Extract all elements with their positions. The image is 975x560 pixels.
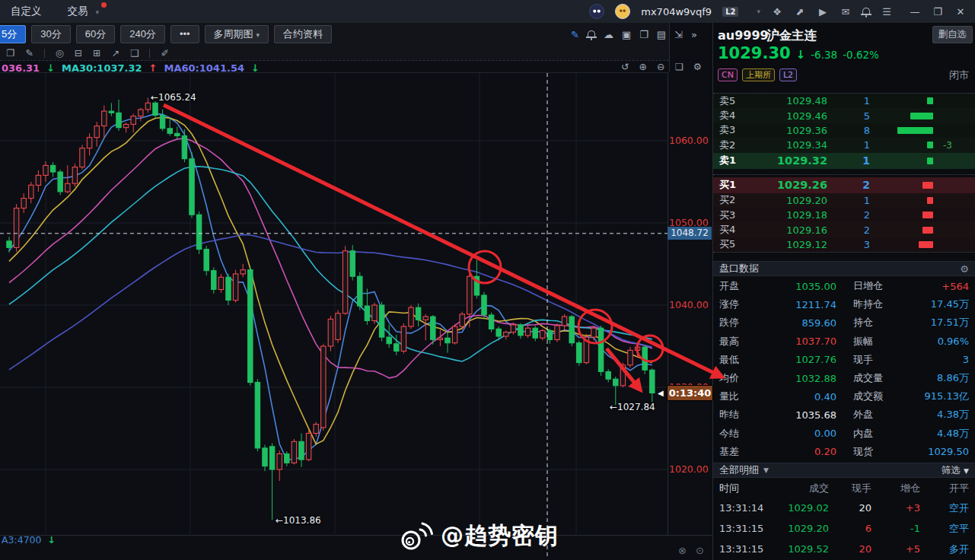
minimize-button[interactable]: — xyxy=(908,6,922,18)
chart-nav-tools: ↺⊕⊖❏⚙ xyxy=(621,61,702,72)
funnel-icon: ▼ xyxy=(964,467,969,475)
down-arrow-icon: ↓ xyxy=(48,534,56,546)
weibo-icon xyxy=(399,521,434,552)
candlestick-chart[interactable] xyxy=(0,0,712,560)
level-qty: 8 xyxy=(827,125,870,136)
gear-icon[interactable]: ⚙ xyxy=(960,263,969,275)
level-volume-bar xyxy=(927,158,934,164)
ask-row-卖1[interactable]: 卖11029.321 xyxy=(713,153,975,169)
bid-row-买1[interactable]: 买11029.262 xyxy=(713,177,975,193)
trade-direction: 空开 xyxy=(920,501,969,515)
bell-icon[interactable] xyxy=(862,8,870,14)
field-label: 成交量 xyxy=(853,371,908,385)
bid-row-买5[interactable]: 买51029.123 xyxy=(713,237,975,252)
snapshot-title: 盘口数据 xyxy=(719,262,759,275)
details-title: 全部明细 xyxy=(719,463,759,477)
ma-legend-item: ↑ xyxy=(149,62,158,74)
ma-legend-item: ↓ xyxy=(251,62,260,74)
ladder-divider xyxy=(713,169,975,175)
undo-icon[interactable]: ↺ xyxy=(621,61,629,72)
level-price: 1029.48 xyxy=(748,95,827,107)
level-volume-bar xyxy=(927,197,934,204)
field-value: 1032.88 xyxy=(766,373,836,384)
level-label: 买1 xyxy=(719,178,748,192)
trade-detail-row[interactable]: 13:31:151029.206-1空平 xyxy=(713,518,975,539)
snapshot-row: 最高1037.70振幅0.96% xyxy=(719,332,969,351)
trade-detail-row[interactable]: 13:31:141029.0220+3空开 xyxy=(713,498,975,518)
field-value: 1035.68 xyxy=(766,409,836,421)
pane-close-icon[interactable]: ⊗ xyxy=(678,545,687,556)
field-label: 涨停 xyxy=(719,298,766,311)
field-value: 8.86万 xyxy=(908,371,969,385)
last-price-row: 1029.30 ↓ -6.38 -0.62% xyxy=(718,44,879,62)
ask-row-卖4[interactable]: 卖41029.465 xyxy=(713,108,975,123)
level-price: 1029.12 xyxy=(748,239,827,250)
popout-icon[interactable]: ⬈ xyxy=(794,6,806,18)
close-button[interactable]: ✕ xyxy=(954,6,967,18)
level-volume-bar xyxy=(897,127,933,134)
trade-detail-row[interactable]: 13:31:151029.5220+5多开 xyxy=(713,539,975,559)
video-icon[interactable]: ▶ xyxy=(817,6,829,18)
level-qty: 3 xyxy=(827,239,870,250)
zoom-in-icon[interactable]: ⊕ xyxy=(639,61,646,72)
restore-button[interactable]: ❐ xyxy=(931,6,945,18)
trade-time: 13:31:15 xyxy=(719,523,769,534)
zoom-out-icon[interactable]: ⊖ xyxy=(657,61,664,72)
list-menu-icon[interactable]: ☰ xyxy=(881,6,893,18)
level-label: 买5 xyxy=(719,237,748,251)
level-price: 1029.36 xyxy=(748,125,827,136)
ask-row-卖2[interactable]: 卖21029.341-3 xyxy=(713,138,975,152)
details-header[interactable]: 全部明细 ▼ 筛选 ▼ xyxy=(713,463,975,478)
level-qty: 2 xyxy=(827,179,870,191)
bid-row-买2[interactable]: 买21029.201 xyxy=(713,193,975,208)
snapshot-row: 开盘1035.00日增仓+564 xyxy=(719,277,969,295)
pane-corner-icons: ⊗⊙ xyxy=(678,545,704,556)
level-volume-bar xyxy=(922,227,933,234)
market-status: 闭市 xyxy=(949,68,969,82)
watermark: @趋势密钥 xyxy=(399,520,559,552)
layers-icon[interactable]: ❖ xyxy=(771,6,783,18)
field-value: 0.40 xyxy=(766,391,836,402)
trade-price: 1029.02 xyxy=(769,502,829,514)
price-pointer-icon: ◀ xyxy=(658,389,664,397)
y-axis-label: 1040.00 xyxy=(669,299,710,310)
level-price: 1029.46 xyxy=(748,110,827,122)
field-value: +564 xyxy=(908,281,969,292)
pane-settings-icon[interactable]: ⊙ xyxy=(696,545,704,556)
field-label: 成交额 xyxy=(853,390,908,403)
windowed-icon[interactable]: ❏ xyxy=(674,61,683,72)
ask-row-卖5[interactable]: 卖51029.481 xyxy=(713,94,975,108)
trade-oi-change: +5 xyxy=(871,543,920,555)
bar-countdown-tag: 0:13:40 xyxy=(667,385,713,401)
level-volume-bar xyxy=(927,97,934,104)
mail-icon[interactable]: ✉ xyxy=(840,6,852,18)
field-label: 开盘 xyxy=(719,279,766,293)
level-label: 买4 xyxy=(719,223,748,237)
field-label: 外盘 xyxy=(853,408,908,422)
y-axis-label: 1020.00 xyxy=(669,463,710,475)
chart-settings-icon[interactable]: ⚙ xyxy=(693,61,702,72)
level-price: 1029.16 xyxy=(748,224,827,236)
field-value: 1037.70 xyxy=(766,336,836,347)
level-label: 买3 xyxy=(719,208,748,222)
ask-row-卖3[interactable]: 卖31029.368 xyxy=(713,123,975,138)
filter-button[interactable]: 筛选 ▼ xyxy=(942,464,969,477)
field-label: 均价 xyxy=(719,371,766,385)
field-value: 1029.50 xyxy=(908,446,969,457)
snapshot-row: 均价1032.88成交量8.86万 xyxy=(719,369,969,387)
bid-row-买3[interactable]: 买31029.182 xyxy=(713,208,975,222)
column-header: 成交 xyxy=(769,482,829,495)
field-value: 0.20 xyxy=(766,446,836,457)
bid-row-买4[interactable]: 买41029.162 xyxy=(713,222,975,237)
field-label: 昨结 xyxy=(719,408,766,422)
account-chevron-down-icon[interactable]: ▾ xyxy=(757,8,760,15)
trade-time: 13:31:14 xyxy=(719,502,769,514)
field-value: 0.96% xyxy=(908,336,969,347)
trade-volume: 20 xyxy=(829,543,871,555)
details-table: 13:31:141029.0220+3空开13:31:151029.206-1空… xyxy=(713,498,975,559)
delete-watchlist-button[interactable]: 删自选 xyxy=(932,26,973,43)
column-header: 开平 xyxy=(920,482,969,495)
snapshot-row: 昨结1035.68外盘4.38万 xyxy=(719,406,969,424)
volume-ma-label: A3:4700 xyxy=(2,534,42,546)
details-columns: 时间成交现手增仓开平 xyxy=(713,479,975,498)
